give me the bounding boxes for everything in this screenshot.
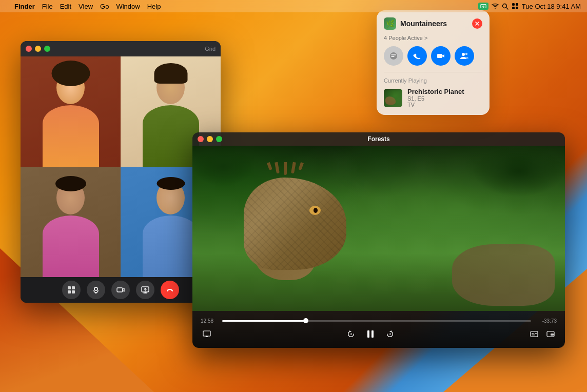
svg-rect-3 [512,3,515,6]
svg-rect-26 [203,331,210,336]
people-button[interactable] [455,46,474,66]
video-cell-1 [21,56,121,167]
search-icon[interactable] [502,3,508,10]
video-zoom-dot[interactable] [216,136,222,142]
svg-rect-36 [551,334,554,336]
camera-button[interactable] [111,281,130,299]
vid-ctrl-left [201,328,213,340]
menu-go[interactable]: Go [97,3,112,10]
svg-rect-29 [371,330,374,338]
spine-4 [291,162,296,174]
spine-1 [267,162,272,170]
svg-rect-34 [532,335,535,336]
progress-fill [222,320,306,322]
menu-view[interactable]: View [75,3,96,10]
svg-rect-9 [68,290,71,293]
video-minimize-dot[interactable] [207,136,213,142]
subtitles-button[interactable] [528,328,540,340]
dino-eye [309,206,321,215]
svg-point-25 [465,53,467,55]
facetime-window[interactable]: Grid [21,41,221,303]
media-subtitle: S1, E5 [407,95,464,102]
clock: Tue Oct 18 9:41 AM [522,3,581,10]
window-controls [26,46,50,52]
group-name: Mountaineers [400,19,447,28]
svg-rect-7 [68,286,71,289]
svg-point-11 [94,287,97,290]
svg-rect-31 [531,331,538,337]
dino-scales [244,178,346,270]
leaf-top-right [473,146,565,197]
layout-button[interactable] [62,281,81,299]
wifi-icon[interactable] [492,3,499,9]
svg-rect-23 [437,54,442,58]
minimize-dot[interactable] [35,46,41,52]
skip-forward-button[interactable]: 10 [384,328,396,340]
svg-rect-28 [367,330,369,338]
menu-window[interactable]: Window [113,3,143,10]
svg-line-2 [506,8,508,9]
time-elapsed: 12:58 [201,318,217,324]
facetime-titlebar: Grid [21,41,221,56]
end-call-button[interactable] [161,281,179,299]
menu-file[interactable]: File [39,3,56,10]
svg-rect-4 [516,3,518,6]
progress-thumb[interactable] [303,318,308,323]
airplay-button[interactable] [201,328,213,340]
grid-button[interactable]: Grid [205,46,216,52]
control-center-icon[interactable] [512,3,519,10]
menubar: Finder File Edit View Go Window Help [0,0,587,12]
leaf-top-left [192,146,254,187]
video-player-window[interactable]: Forests [192,132,565,348]
dino-scene [192,146,565,311]
currently-playing-label: Currently Playing [384,77,482,84]
notif-header: 🌿 Mountaineers [384,17,482,30]
spine-2 [275,162,280,174]
notification-card: 🌿 Mountaineers 4 People Active > [377,10,490,115]
progress-bar-container: 12:58 -33:73 [201,318,557,324]
mute-button[interactable] [87,281,105,299]
skip-back-button[interactable]: 10 [345,328,357,340]
time-remaining: -33:73 [536,318,557,324]
video-buttons-row: 10 10 [201,327,557,341]
people-count: 4 People Active > [384,35,482,41]
menu-finder[interactable]: Finder [11,3,38,10]
svg-text:10: 10 [349,333,352,336]
svg-rect-6 [516,7,518,9]
screen-share-button[interactable] [136,281,154,299]
progress-track[interactable] [222,320,531,322]
screen-share-icon[interactable] [478,3,488,10]
svg-rect-5 [512,7,515,9]
menubar-left: Finder File Edit View Go Window Help [6,3,164,10]
media-info: Prehistoric Planet S1, E5 TV [407,88,464,108]
media-type: TV [407,102,464,108]
svg-point-24 [462,53,465,56]
svg-rect-32 [532,333,534,334]
dino-spines [269,162,301,175]
menubar-right: Tue Oct 18 9:41 AM [478,3,581,10]
close-dot[interactable] [26,46,32,52]
video-title: Forests [367,135,389,143]
video-call-button[interactable] [431,46,451,66]
media-row: Prehistoric Planet S1, E5 TV [384,88,482,108]
vid-ctrl-center: 10 10 [345,327,396,341]
svg-rect-10 [72,290,75,293]
play-pause-button[interactable] [363,327,378,341]
zoom-dot[interactable] [44,46,50,52]
menu-help[interactable]: Help [144,3,164,10]
video-content [192,146,565,311]
message-button[interactable] [384,46,403,66]
menu-edit[interactable]: Edit [57,3,74,10]
facetime-icon: 🌿 [386,19,395,28]
spine-3 [284,162,287,175]
svg-text:10: 10 [388,333,391,336]
svg-rect-8 [72,286,75,289]
dinosaur-2-body [452,244,555,306]
video-window-controls [198,136,222,142]
svg-line-18 [167,290,168,291]
notif-close-button[interactable] [472,18,482,29]
audio-call-button[interactable] [407,46,427,66]
pip-button[interactable] [544,328,557,340]
svg-rect-13 [117,288,123,292]
video-close-dot[interactable] [198,136,204,142]
